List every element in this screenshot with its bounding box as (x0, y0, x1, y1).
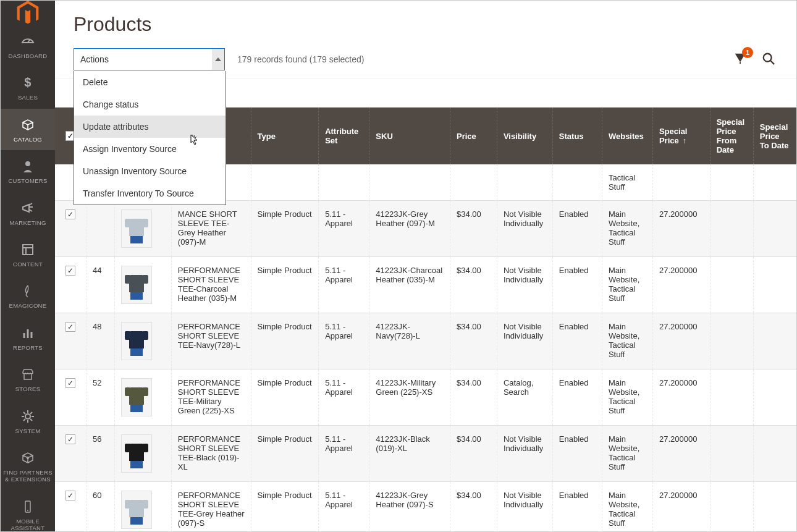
caret-up-icon (212, 49, 224, 70)
sidebar: DASHBOARD$SALESCATALOGCUSTOMERSMARKETING… (1, 1, 55, 531)
action-delete[interactable]: Delete (74, 71, 226, 93)
sidebar-item-marketing[interactable]: MARKETING (1, 192, 55, 234)
mobile-icon (19, 498, 36, 515)
magento-logo[interactable] (1, 1, 55, 25)
cell-type (251, 164, 319, 201)
actions-dropdown[interactable]: Actions DeleteChange statusUpdate attrib… (74, 48, 225, 70)
sidebar-item-dashboard[interactable]: DASHBOARD (1, 25, 55, 67)
cell-sp-to (753, 201, 796, 257)
cell-special-price: 27.200000 (652, 313, 710, 369)
sidebar-item-label: FIND PARTNERS & EXTENSIONS (3, 469, 53, 483)
cell-sp-to (753, 369, 796, 426)
cell-sp-from (710, 426, 753, 482)
cell-type: Simple Product (251, 313, 319, 369)
cell-special-price: 27.200000 (652, 426, 710, 482)
cell-attribute-set (319, 164, 369, 201)
cell-websites: Main Website, Tactical Stuff (602, 313, 652, 369)
action-change-status[interactable]: Change status (74, 93, 226, 116)
svg-point-1 (25, 161, 30, 166)
row-checkbox[interactable] (65, 209, 75, 219)
col-header-spfrom[interactable]: Special Price From Date (710, 108, 753, 164)
cell-visibility: Not Visible Individually (497, 257, 552, 313)
marketing-icon (19, 200, 36, 217)
sidebar-item-stores[interactable]: STORES (1, 358, 55, 400)
table-row[interactable]: 56 PERFORMANCE SHORT SLEEVE TEE-Black (0… (55, 426, 796, 482)
action-unassign-inventory[interactable]: Unassign Inventory Source (74, 160, 226, 182)
row-checkbox[interactable] (65, 322, 75, 332)
system-icon (19, 408, 36, 425)
sidebar-item-customers[interactable]: CUSTOMERS (1, 150, 55, 192)
cell-sp-from (710, 201, 753, 257)
sidebar-item-system[interactable]: SYSTEM (1, 400, 55, 442)
product-thumbnail (121, 322, 152, 360)
col-header-spto[interactable]: Special Price To Date (753, 108, 796, 164)
cell-sku: 41223JK-Military Green (225)-XS (369, 369, 450, 426)
magento-icon (17, 1, 39, 25)
row-checkbox[interactable] (65, 434, 75, 444)
action-assign-inventory[interactable]: Assign Inventory Source (74, 138, 226, 160)
cell-name: MANCE SHORT SLEEVE TEE-Grey Heather (097… (171, 201, 251, 257)
cell-id: 56 (86, 426, 115, 482)
emagicone-icon (19, 282, 36, 300)
product-thumbnail (121, 434, 152, 473)
cell-price: $34.00 (450, 313, 497, 369)
col-header-price[interactable]: Price (450, 108, 497, 164)
col-header-type[interactable]: Type (251, 108, 319, 164)
sidebar-item-catalog[interactable]: CATALOG (1, 109, 55, 150)
sidebar-item-label: STORES (15, 386, 41, 392)
toolbar: Actions DeleteChange statusUpdate attrib… (55, 48, 796, 78)
cell-name: PERFORMANCE SHORT SLEEVE TEE-Navy(728)-L (171, 313, 251, 369)
sidebar-item-content[interactable]: CONTENT (1, 234, 55, 275)
cell-name: PERFORMANCE SHORT SLEEVE TEE-Grey Heathe… (171, 482, 251, 532)
cell-status: Enabled (552, 201, 602, 257)
product-thumbnail (121, 266, 152, 304)
cell-id: 60 (86, 482, 115, 532)
product-thumbnail (121, 209, 152, 248)
svg-point-8 (25, 414, 30, 419)
cell-sku: 41223JK-Grey Heather (097)-M (369, 201, 450, 257)
col-header-sprice[interactable]: Special Price↑ (652, 108, 710, 164)
sidebar-item-reports[interactable]: REPORTS (1, 317, 55, 358)
col-header-web[interactable]: Websites (602, 108, 652, 164)
row-checkbox[interactable] (65, 491, 75, 500)
row-checkbox[interactable] (65, 266, 75, 276)
cell-websites: Main Website, Tactical Stuff (602, 201, 652, 257)
table-row[interactable]: 52 PERFORMANCE SHORT SLEEVE TEE-Military… (55, 369, 796, 426)
table-row[interactable]: 60 PERFORMANCE SHORT SLEEVE TEE-Grey Hea… (55, 482, 796, 532)
cell-visibility: Not Visible Individually (497, 313, 552, 369)
col-header-aset[interactable]: Attribute Set (319, 108, 369, 164)
col-header-sku[interactable]: SKU (369, 108, 450, 164)
table-row[interactable]: 44 PERFORMANCE SHORT SLEEVE TEE-Charcoal… (55, 257, 796, 313)
stores-icon (19, 366, 36, 383)
cell-sp-to (753, 313, 796, 369)
table-row[interactable]: MANCE SHORT SLEEVE TEE-Grey Heather (097… (55, 201, 796, 257)
cell-name: PERFORMANCE SHORT SLEEVE TEE-Charcoal He… (171, 257, 251, 313)
notifications-button[interactable]: 1 (733, 52, 747, 67)
cell-id: 44 (86, 257, 115, 313)
cell-websites: Main Website, Tactical Stuff (602, 426, 652, 482)
sidebar-item-sales[interactable]: $SALES (1, 67, 55, 108)
search-button[interactable] (762, 52, 775, 67)
col-header-vis[interactable]: Visibility (497, 108, 552, 164)
product-thumbnail (121, 491, 152, 529)
cell-sku: 41223JK-Grey Heather (097)-S (369, 482, 450, 532)
action-transfer-inventory[interactable]: Transfer Inventory To Source (74, 182, 226, 205)
action-update-attributes[interactable]: Update attributes (74, 116, 226, 138)
cell-status: Enabled (552, 369, 602, 426)
cell-sp-to (753, 482, 796, 532)
cell-price: $34.00 (450, 482, 497, 532)
cell-attribute-set: 5.11 - Apparel (319, 482, 369, 532)
cell-attribute-set: 5.11 - Apparel (319, 313, 369, 369)
sidebar-item-mobile[interactable]: MOBILE ASSISTANT CONNECTOR (1, 491, 55, 532)
table-row[interactable]: 48 PERFORMANCE SHORT SLEEVE TEE-Navy(728… (55, 313, 796, 369)
col-header-status[interactable]: Status (552, 108, 602, 164)
sidebar-item-emagicone[interactable]: EMAGICONE (1, 275, 55, 316)
svg-point-11 (27, 510, 28, 511)
records-count: 179 records found (179 selected) (237, 54, 364, 64)
sidebar-item-partners[interactable]: FIND PARTNERS & EXTENSIONS (1, 442, 55, 491)
reports-icon (19, 324, 36, 342)
actions-menu: DeleteChange statusUpdate attributesAssi… (74, 71, 226, 205)
cell-attribute-set: 5.11 - Apparel (319, 257, 369, 313)
cell-id: 52 (86, 369, 115, 426)
row-checkbox[interactable] (65, 378, 75, 388)
